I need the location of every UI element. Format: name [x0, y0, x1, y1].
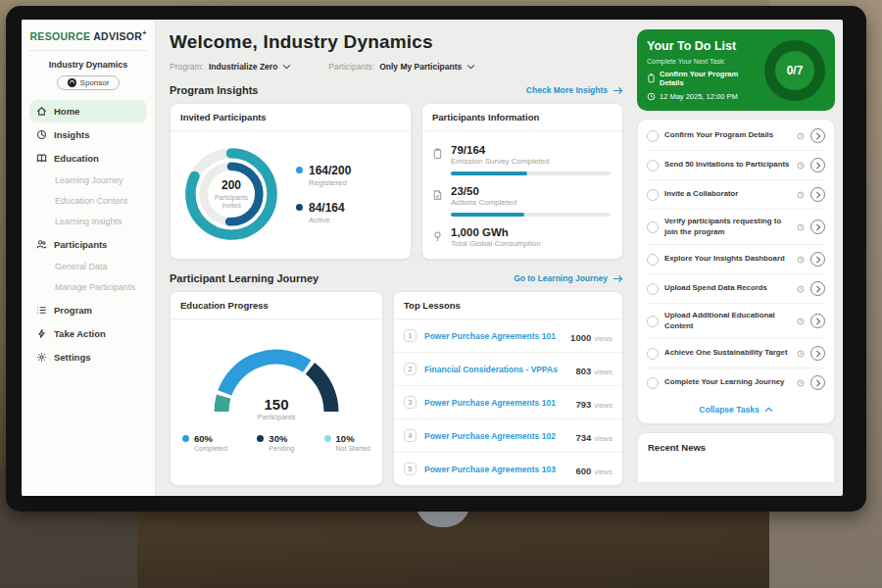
task-checkbox[interactable] [647, 283, 659, 295]
recent-news-card: Recent News [637, 432, 835, 483]
legend-value: 164/200 [309, 164, 351, 177]
task-label: Achieve One Sustainability Target [664, 348, 791, 359]
clock-icon [797, 256, 805, 264]
todo-progress-count: 0/7 [787, 64, 804, 77]
todo-panel: Your To Do List Complete Your Next Task:… [635, 20, 843, 496]
main-content: Welcome, Industry Dynamics Program: Indu… [156, 20, 635, 496]
task-go-button[interactable] [810, 346, 825, 361]
clock-icon [797, 132, 805, 140]
task-row-send-invitations[interactable]: Send 50 Invitations to Participants [647, 151, 825, 180]
lesson-link[interactable]: Power Purchase Agreements 101 [424, 331, 563, 341]
sidebar-item-insights[interactable]: Insights [29, 123, 147, 146]
recent-news-heading: Recent News [648, 442, 824, 453]
lesson-rank: 4 [404, 429, 416, 442]
clock-icon [797, 350, 805, 358]
views-word: views [594, 467, 612, 476]
sidebar-item-label: Participants [54, 239, 107, 250]
clock-icon [797, 285, 805, 293]
task-go-button[interactable] [810, 220, 825, 234]
legend-value: 10% [336, 433, 370, 444]
lesson-row: 2 Financial Considerations - VPPAs 803vi… [394, 353, 622, 386]
card-title: Top Lessons [394, 292, 622, 319]
todo-title: Your To Do List [647, 39, 759, 53]
task-go-button[interactable] [810, 375, 825, 390]
task-checkbox[interactable] [647, 348, 659, 360]
dashboard-screen: RESOURCE ADVISOR+ Industry Dynamics Spon… [22, 20, 843, 496]
task-go-button[interactable] [810, 158, 825, 172]
task-label: Send 50 Invitations to Participants [664, 160, 791, 171]
participants-filter-label: Participants: [328, 62, 374, 72]
lesson-link[interactable]: Power Purchase Agreements 101 [424, 398, 567, 408]
lesson-row: 1 Power Purchase Agreements 101 1000view… [394, 319, 622, 353]
views-word: views [594, 334, 612, 343]
chevron-right-icon [815, 191, 821, 199]
sidebar-item-settings[interactable]: Settings [29, 346, 147, 368]
program-filter-value: Industrialize Zero [209, 62, 277, 72]
task-checkbox[interactable] [647, 189, 659, 201]
check-more-insights-link[interactable]: Check More Insights [526, 85, 623, 95]
task-label: Confirm Your Program Details [664, 130, 791, 141]
sidebar-item-participants[interactable]: Participants [29, 233, 147, 256]
stat-label: Actions Completed [451, 198, 611, 207]
views-word: views [594, 368, 612, 376]
task-row-invite-collaborator[interactable]: Invite a Collaborator [647, 180, 825, 210]
task-row-complete-learning-journey[interactable]: Complete Your Learning Journey [647, 368, 825, 397]
task-go-button[interactable] [810, 187, 825, 202]
task-checkbox[interactable] [647, 221, 659, 233]
lesson-views: 803 [575, 366, 591, 376]
task-checkbox[interactable] [647, 377, 659, 389]
clipboard-icon [647, 74, 656, 83]
arrow-right-icon [612, 86, 623, 95]
task-row-confirm-program[interactable]: Confirm Your Program Details [647, 122, 825, 151]
sidebar-item-program[interactable]: Program [29, 299, 147, 321]
participants-filter-dropdown[interactable]: Participants: Only My Participants [328, 62, 475, 72]
task-go-button[interactable] [810, 128, 825, 143]
sidebar-item-education[interactable]: Education [29, 147, 147, 170]
task-go-button[interactable] [810, 252, 825, 267]
sidebar-item-home[interactable]: Home [29, 100, 147, 122]
task-checkbox[interactable] [647, 254, 659, 266]
task-row-achieve-target[interactable]: Achieve One Sustainability Target [647, 339, 825, 368]
todo-subtitle: Complete Your Next Task: [647, 58, 759, 65]
clock-icon [797, 379, 805, 387]
task-row-explore-insights[interactable]: Explore Your Insights Dashboard [647, 245, 825, 274]
lesson-link[interactable]: Financial Considerations - VPPAs [424, 365, 567, 374]
clipboard-icon [432, 148, 443, 160]
donut-center-value: 200 [221, 178, 241, 192]
lesson-link[interactable]: Power Purchase Agreements 102 [424, 431, 567, 441]
book-icon [36, 153, 47, 164]
sidebar-item-learning-journey[interactable]: Learning Journey [29, 171, 147, 191]
card-title: Participants Information [422, 104, 622, 131]
legend-label: Not Started [336, 445, 370, 452]
todo-datetime: 12 May 2025, 12:00 PM [660, 92, 738, 101]
collapse-tasks-link[interactable]: Collapse Tasks [647, 397, 825, 421]
legend-label: Pending [269, 445, 294, 452]
task-row-verify-participants[interactable]: Verify participants requesting to join t… [647, 210, 825, 245]
task-label: Upload Spend Data Records [664, 283, 791, 294]
lesson-row: 3 Power Purchase Agreements 101 793views [394, 386, 622, 419]
task-row-upload-educational-content[interactable]: Upload Additional Educational Content [647, 304, 825, 339]
todo-progress-ring: 0/7 [764, 40, 825, 101]
donut-center-label: Participants Invited [209, 194, 254, 210]
task-row-upload-spend-data[interactable]: Upload Spend Data Records [647, 274, 825, 304]
go-to-learning-journey-link[interactable]: Go to Learning Journey [514, 273, 623, 283]
task-checkbox[interactable] [647, 130, 659, 142]
stat-global-consumption: 1,000 GWh Total Global Consumption [432, 221, 611, 253]
lesson-link[interactable]: Power Purchase Agreements 103 [424, 465, 567, 474]
legend-completed: 60% Completed [182, 433, 227, 452]
legend-pending: 30% Pending [257, 433, 294, 452]
task-go-button[interactable] [810, 281, 825, 296]
sidebar: RESOURCE ADVISOR+ Industry Dynamics Spon… [22, 20, 156, 496]
sidebar-item-take-action[interactable]: Take Action [29, 322, 147, 345]
sidebar-item-label: Insights [54, 129, 89, 140]
sidebar-item-learning-insights[interactable]: Learning Insights [29, 212, 147, 232]
program-filter-dropdown[interactable]: Program: Industrialize Zero [170, 62, 291, 72]
task-checkbox[interactable] [647, 160, 659, 172]
task-go-button[interactable] [810, 314, 825, 328]
sidebar-item-manage-participants[interactable]: Manage Participants [29, 277, 147, 298]
task-checkbox[interactable] [647, 316, 659, 327]
sidebar-item-general-data[interactable]: General Data [29, 257, 147, 277]
sidebar-item-education-content[interactable]: Education Content [29, 191, 147, 212]
progress-bar [451, 213, 611, 217]
stat-emission-survey: 79/164 Emission Survey Completed [432, 139, 611, 180]
